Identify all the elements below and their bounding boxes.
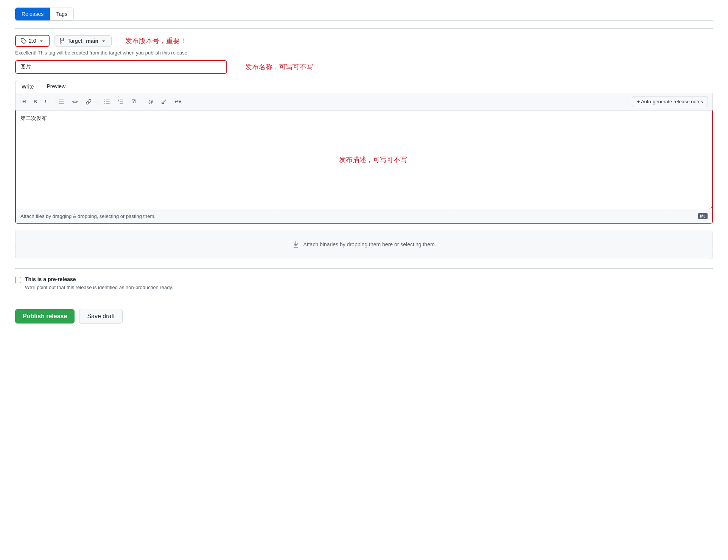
unordered-list-icon[interactable] bbox=[102, 97, 112, 106]
binary-drop-zone[interactable]: Attach binaries by dropping them here or… bbox=[15, 230, 713, 259]
pre-release-hint: We'll point out that this release is ide… bbox=[25, 285, 713, 290]
target-value: main bbox=[86, 38, 98, 44]
pre-release-row: This is a pre-release bbox=[15, 276, 713, 283]
save-draft-button[interactable]: Save draft bbox=[79, 309, 123, 324]
quote-icon[interactable] bbox=[56, 97, 67, 106]
attach-text: Attach files by dragging & dropping, sel… bbox=[20, 213, 156, 219]
toolbar-icons: H B I <> ☑ @ ↩▾ bbox=[20, 97, 184, 106]
toolbar-sep-1 bbox=[52, 99, 52, 105]
editor-outer: 第二次发布 发布描述，可写可不写 Attach files by draggin… bbox=[15, 110, 713, 224]
italic-icon[interactable]: I bbox=[42, 97, 48, 106]
name-annotation: 发布名称，可写可不写 bbox=[245, 62, 313, 72]
tab-preview[interactable]: Preview bbox=[40, 80, 72, 93]
tag-dropdown[interactable]: 2.0 bbox=[15, 35, 50, 47]
tag-hint: Excellent! This tag will be created from… bbox=[15, 50, 713, 56]
tab-releases[interactable]: Releases bbox=[15, 8, 50, 20]
tab-write[interactable]: Write bbox=[15, 80, 40, 93]
download-icon bbox=[292, 241, 300, 248]
tabs-row: Releases Tags bbox=[15, 8, 713, 21]
target-dropdown[interactable]: Target: main bbox=[54, 35, 112, 47]
name-row: 发布名称，可写可不写 bbox=[15, 60, 713, 74]
pre-release-label: This is a pre-release bbox=[25, 276, 76, 282]
target-chevron-icon bbox=[101, 38, 107, 44]
link-icon[interactable] bbox=[83, 97, 94, 106]
publish-button[interactable]: Publish release bbox=[15, 309, 75, 324]
mention-icon[interactable]: @ bbox=[146, 97, 156, 106]
editor-textarea[interactable]: 第二次发布 bbox=[16, 110, 712, 209]
action-row: Publish release Save draft bbox=[15, 301, 713, 324]
chevron-down-icon bbox=[38, 38, 44, 44]
attach-bar: Attach files by dragging & dropping, sel… bbox=[16, 209, 712, 223]
editor-toolbar: H B I <> ☑ @ ↩▾ + Auto-generate release … bbox=[15, 93, 713, 110]
editor-content-area: 第二次发布 发布描述，可写可不写 bbox=[16, 110, 712, 209]
pre-release-section: This is a pre-release We'll point out th… bbox=[15, 268, 713, 290]
auto-generate-button[interactable]: + Auto-generate release notes bbox=[632, 96, 708, 107]
ordered-list-icon[interactable] bbox=[115, 97, 126, 106]
tag-value: 2.0 bbox=[29, 38, 36, 44]
binary-drop-text: Attach binaries by dropping them here or… bbox=[303, 241, 436, 247]
branch-icon bbox=[59, 38, 65, 44]
task-list-icon[interactable]: ☑ bbox=[129, 97, 138, 106]
tag-annotation: 发布版本号，重要！ bbox=[125, 36, 187, 45]
top-divider bbox=[15, 28, 713, 29]
heading-icon[interactable]: H bbox=[20, 97, 28, 106]
code-icon[interactable]: <> bbox=[70, 97, 80, 106]
auto-generate-label: + Auto-generate release notes bbox=[637, 99, 703, 104]
pre-release-checkbox[interactable] bbox=[15, 277, 21, 283]
bold-icon[interactable]: B bbox=[31, 97, 39, 106]
tab-tags[interactable]: Tags bbox=[50, 8, 74, 20]
editor-tabs: Write Preview bbox=[15, 80, 713, 93]
tag-target-row: 2.0 Target: main 发布版本号，重要！ bbox=[15, 35, 713, 47]
release-name-input[interactable] bbox=[15, 60, 227, 74]
toolbar-sep-2 bbox=[98, 99, 98, 105]
toolbar-sep-3 bbox=[142, 99, 142, 105]
target-label: Target: bbox=[67, 38, 84, 44]
md-badge: M↓ bbox=[698, 213, 708, 219]
tag-icon bbox=[20, 38, 26, 44]
undo-icon[interactable]: ↩▾ bbox=[172, 97, 184, 106]
reference-icon[interactable] bbox=[159, 97, 169, 106]
